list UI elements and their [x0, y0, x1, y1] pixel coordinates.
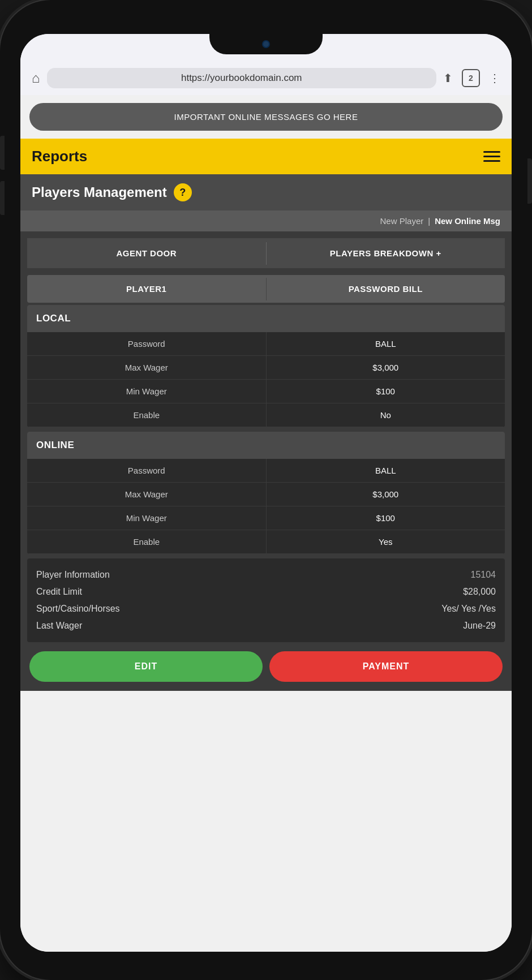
- local-min-wager-label: Min Wager: [27, 380, 267, 403]
- tabs-count: 2: [469, 74, 473, 83]
- browser-actions: ⬆ 2 ⋮: [443, 69, 500, 87]
- payment-button[interactable]: PAYMENT: [269, 651, 503, 682]
- local-password-label: Password: [27, 332, 267, 355]
- online-max-wager-label: Max Wager: [27, 483, 267, 506]
- online-password-label: Password: [27, 459, 267, 482]
- online-section: ONLINE Password BALL Max Wager $3,000 Mi…: [27, 432, 505, 554]
- online-min-wager-row: Min Wager $100: [27, 506, 505, 530]
- phone-screen: ⌂ https://yourbookdomain.com ⬆ 2 ⋮ IMPOR…: [20, 34, 512, 952]
- app-content: IMPORTANT ONLINE MESSAGES GO HERE Report…: [20, 95, 512, 952]
- volume-up-button[interactable]: [0, 136, 5, 170]
- sport-casino-value: Yes/ Yes /Yes: [441, 604, 496, 614]
- players-breakdown-tab-label: PLAYERS BREAKDOWN +: [330, 248, 441, 258]
- hamburger-line-1: [483, 151, 500, 153]
- local-section-title: LOCAL: [36, 313, 71, 324]
- online-enable-label: Enable: [27, 530, 267, 553]
- local-max-wager-row: Max Wager $3,000: [27, 356, 505, 380]
- help-button[interactable]: ?: [174, 183, 192, 201]
- online-section-title: ONLINE: [36, 440, 74, 450]
- power-button[interactable]: [527, 158, 532, 204]
- credit-limit-value: $28,000: [463, 587, 496, 597]
- last-wager-row: Last Wager June-29: [36, 617, 496, 634]
- hamburger-menu-button[interactable]: [483, 151, 500, 162]
- local-section-header: LOCAL: [27, 305, 505, 332]
- player-info-id-row: Player Information 15104: [36, 566, 496, 583]
- player-info-section: Player Information 15104 Credit Limit $2…: [27, 558, 505, 642]
- reports-title: Reports: [32, 148, 87, 165]
- online-password-row: Password BALL: [27, 459, 505, 483]
- address-bar[interactable]: https://yourbookdomain.com: [47, 68, 437, 88]
- sport-casino-row: Sport/Casino/Horses Yes/ Yes /Yes: [36, 600, 496, 617]
- online-enable-row: Enable Yes: [27, 530, 505, 554]
- credit-limit-row: Credit Limit $28,000: [36, 583, 496, 600]
- reports-header: Reports: [20, 139, 512, 174]
- online-min-wager-value: $100: [267, 506, 505, 530]
- action-divider: |: [428, 216, 430, 226]
- action-links-bar: New Player | New Online Msg: [20, 210, 512, 231]
- online-section-header: ONLINE: [27, 432, 505, 459]
- main-content: AGENT DOOR PLAYERS BREAKDOWN + PLAYER1: [20, 231, 512, 691]
- local-max-wager-value: $3,000: [267, 356, 505, 379]
- local-enable-label: Enable: [27, 403, 267, 427]
- new-player-link[interactable]: New Player: [380, 216, 424, 226]
- online-password-value: BALL: [267, 459, 505, 482]
- page-title: Players Management: [32, 184, 167, 200]
- sport-casino-label: Sport/Casino/Horses: [36, 604, 120, 614]
- player-card: PLAYER1 PASSWORD BILL LOCAL Passw: [27, 275, 505, 684]
- messages-bar[interactable]: IMPORTANT ONLINE MESSAGES GO HERE: [29, 103, 503, 131]
- new-online-msg-link[interactable]: New Online Msg: [435, 216, 500, 226]
- hamburger-line-3: [483, 160, 500, 162]
- tabs-row: AGENT DOOR PLAYERS BREAKDOWN +: [27, 238, 505, 268]
- online-min-wager-label: Min Wager: [27, 506, 267, 530]
- last-wager-label: Last Wager: [36, 621, 82, 631]
- local-enable-value: No: [267, 403, 505, 427]
- phone-frame: ⌂ https://yourbookdomain.com ⬆ 2 ⋮ IMPOR…: [0, 0, 532, 980]
- local-enable-row: Enable No: [27, 403, 505, 427]
- hamburger-line-2: [483, 156, 500, 157]
- more-options-icon[interactable]: ⋮: [489, 71, 500, 85]
- local-password-row: Password BALL: [27, 332, 505, 356]
- action-buttons-row: EDIT PAYMENT: [27, 642, 505, 684]
- edit-button[interactable]: EDIT: [29, 651, 263, 682]
- tabs-button[interactable]: 2: [462, 69, 480, 87]
- url-text: https://yourbookdomain.com: [181, 72, 302, 83]
- password-col-label: PASSWORD BILL: [349, 284, 423, 294]
- players-management-header: Players Management ?: [20, 174, 512, 210]
- online-enable-value: Yes: [267, 530, 505, 553]
- players-breakdown-tab[interactable]: PLAYERS BREAKDOWN +: [267, 238, 505, 268]
- messages-text: IMPORTANT ONLINE MESSAGES GO HERE: [174, 112, 358, 122]
- last-wager-value: June-29: [463, 621, 496, 631]
- player-col-header: PLAYER1: [27, 275, 266, 303]
- local-min-wager-value: $100: [267, 380, 505, 403]
- player-header-row: PLAYER1 PASSWORD BILL: [27, 275, 505, 303]
- local-min-wager-row: Min Wager $100: [27, 380, 505, 403]
- password-col-header: PASSWORD BILL: [267, 275, 505, 303]
- online-max-wager-value: $3,000: [267, 483, 505, 506]
- local-password-value: BALL: [267, 332, 505, 355]
- online-max-wager-row: Max Wager $3,000: [27, 483, 505, 506]
- front-camera: [262, 40, 270, 48]
- player-info-label: Player Information: [36, 570, 110, 580]
- share-icon[interactable]: ⬆: [443, 71, 453, 85]
- agent-door-tab-label: AGENT DOOR: [116, 248, 177, 258]
- home-button[interactable]: ⌂: [32, 70, 40, 86]
- agent-door-tab[interactable]: AGENT DOOR: [27, 238, 266, 268]
- help-icon-text: ?: [179, 187, 186, 199]
- credit-limit-label: Credit Limit: [36, 587, 82, 597]
- local-section: LOCAL Password BALL Max Wager $3,000 Min…: [27, 305, 505, 427]
- volume-down-button[interactable]: [0, 181, 5, 215]
- player-info-id-value: 15104: [471, 570, 496, 580]
- local-max-wager-label: Max Wager: [27, 356, 267, 379]
- phone-notch: [209, 34, 323, 54]
- player-col-label: PLAYER1: [126, 284, 166, 294]
